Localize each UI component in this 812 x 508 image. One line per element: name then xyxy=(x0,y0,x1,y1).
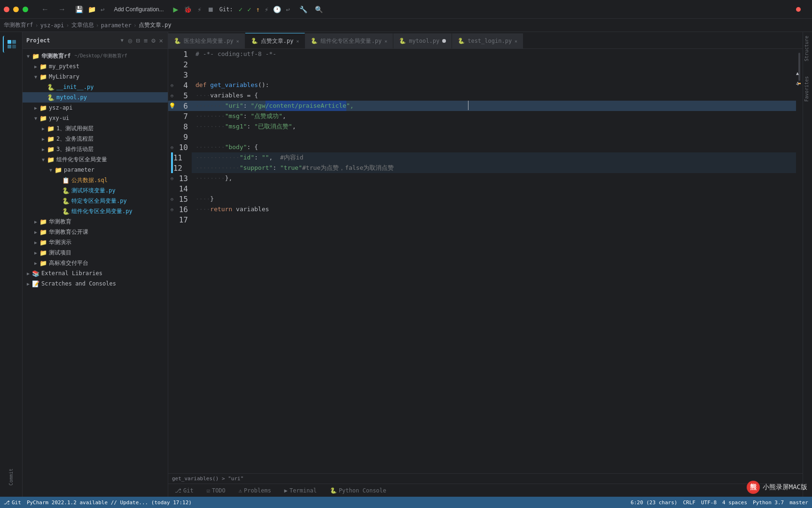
gutter-icon-7 xyxy=(168,111,176,121)
fold-icon-5[interactable]: ⊖ xyxy=(168,90,176,101)
tree-item-external-libs[interactable]: ▶ 📚 External Libraries xyxy=(23,268,168,278)
sort-icon[interactable]: ≡ xyxy=(143,36,148,45)
tab-label-1: 点赞文章.py xyxy=(261,37,294,45)
tree-item-op-layer[interactable]: ▶ 📁 3、操作活动层 xyxy=(23,144,168,154)
tree-item-component-vars[interactable]: ▼ 📁 组件化专区全局变量 xyxy=(23,154,168,165)
breadcrumb-item-3[interactable]: parameter xyxy=(101,22,132,29)
tab-3[interactable]: 🐍 mytool.py xyxy=(393,33,452,48)
tree-item-huace-open[interactable]: ▶ 📁 华测教育公开课 xyxy=(23,227,168,237)
bottom-tab-git[interactable]: ⎇ Git xyxy=(172,486,196,495)
titlebar: ← → 💾 📁 ↩ Add Configuration... ▶ 🐞 ⚡ ⏹ G… xyxy=(0,0,812,19)
undo-icon[interactable]: ↩ xyxy=(99,5,106,14)
stop-icon[interactable]: ⏹ xyxy=(205,5,216,14)
tab-label-2: 组件化专区全局变量.py xyxy=(320,37,382,45)
tree-item-special-vars-py[interactable]: 🐍 特定专区全局变量.py xyxy=(23,196,168,206)
open-icon[interactable]: 📁 xyxy=(86,5,98,14)
tree-item-scratches[interactable]: ▶ 📝 Scratches and Consoles xyxy=(23,278,168,289)
close-panel-icon[interactable]: ✕ xyxy=(158,36,164,45)
collapse-all-icon[interactable]: ⊟ xyxy=(135,36,141,45)
add-configuration-button[interactable]: Add Configuration... xyxy=(110,4,167,15)
maximize-btn[interactable] xyxy=(23,7,28,12)
bottom-tab-todo[interactable]: ☑ TODO xyxy=(204,486,228,495)
tree-item-testcase-layer[interactable]: ▶ 📁 1、测试用例层 xyxy=(23,123,168,134)
tab-close-0[interactable]: ✕ xyxy=(236,39,239,44)
bottom-tab-python-console[interactable]: 🐍 Python Console xyxy=(327,486,389,495)
tree-item-test-project[interactable]: ▶ 📁 测试项目 xyxy=(23,247,168,258)
tab-0[interactable]: 🐍 医生站全局变量.py ✕ xyxy=(168,33,245,48)
tab-close-1[interactable]: ✕ xyxy=(296,39,299,44)
tree-item-common-sql[interactable]: 📋 公共数据.sql xyxy=(23,175,168,185)
line-num-6: 6 xyxy=(176,101,192,111)
breadcrumb-item-4[interactable]: 点赞文章.py xyxy=(139,21,172,29)
scrollbar-right[interactable]: ▲ 4 xyxy=(796,49,803,473)
fold-icon-16[interactable]: ⊖ xyxy=(168,204,176,214)
fold-icon-4[interactable]: ⊖ xyxy=(168,80,176,90)
git-push-icon[interactable]: ↑ xyxy=(254,5,262,14)
status-branch-label: master xyxy=(789,500,808,506)
tab-close-2[interactable]: ✕ xyxy=(384,39,387,44)
tree-item-yszapi[interactable]: ▶ 📁 ysz-api xyxy=(23,103,168,113)
git-revert-icon[interactable]: ↩ xyxy=(284,5,291,14)
status-line-ending[interactable]: CRLF xyxy=(683,500,695,506)
breadcrumb-item-1[interactable]: ysz-api xyxy=(40,22,64,29)
code-content[interactable]: # -*- coding:utf-8 -*- def get_variables… xyxy=(192,49,803,473)
search-icon[interactable]: 🔍 xyxy=(313,5,325,14)
tab-1[interactable]: 🐍 点赞文章.py ✕ xyxy=(245,33,305,48)
tree-item-testenv-py[interactable]: 🐍 测试环境变量.py xyxy=(23,185,168,196)
close-btn[interactable] xyxy=(4,7,9,12)
tree-item-high-standard[interactable]: ▶ 📁 高标准交付平台 xyxy=(23,258,168,268)
fold-icon-10[interactable]: ⊖ xyxy=(168,142,176,152)
gutter-icon-17 xyxy=(168,214,176,225)
save-icon[interactable]: 💾 xyxy=(73,5,85,14)
breadcrumb-item-0[interactable]: 华测教育rf xyxy=(4,21,33,29)
tree-item-mytool-py[interactable]: 🐍 mytool.py xyxy=(23,92,168,103)
tab-close-4[interactable]: ✕ xyxy=(515,39,517,44)
line-num-4: 4 xyxy=(176,80,192,90)
tree-item-mylibrary[interactable]: ▼ 📁 MyLibrary xyxy=(23,71,168,82)
activity-project-icon[interactable] xyxy=(3,36,20,53)
code-line-7: ········"msg": "点赞成功", xyxy=(192,111,803,121)
run-coverage-icon[interactable]: ⚡ xyxy=(195,5,203,14)
lightbulb-icon-6[interactable]: 💡 xyxy=(168,101,176,111)
minimize-btn[interactable] xyxy=(13,7,19,12)
fold-icon-15[interactable]: ⊖ xyxy=(168,194,176,204)
status-branch[interactable]: master xyxy=(789,500,808,506)
tree-item-yxyui[interactable]: ▼ 📁 yxy-ui xyxy=(23,113,168,123)
status-position[interactable]: 6:20 (23 chars) xyxy=(631,500,677,506)
git-check1-icon[interactable]: ✓ xyxy=(237,5,244,14)
tree-item-mypytest[interactable]: ▶ 📁 my_pytest xyxy=(23,61,168,71)
tree-item-huace-demo[interactable]: ▶ 📁 华测演示 xyxy=(23,237,168,247)
bottom-tab-problems[interactable]: ⚠ Problems xyxy=(236,486,274,495)
status-git-icon[interactable]: ⎇ Git xyxy=(4,500,21,506)
git-history-icon[interactable]: ⚡ xyxy=(263,5,270,14)
tree-item-component-vars-py[interactable]: 🐍 组件化专区全局变量.py xyxy=(23,206,168,216)
git-check2-icon[interactable]: ✓ xyxy=(245,5,253,14)
locate-file-icon[interactable]: ◎ xyxy=(127,36,133,45)
debug-icon[interactable]: 🐞 xyxy=(182,5,194,14)
breadcrumb-item-2[interactable]: 文章信息 xyxy=(71,21,94,29)
tab-2[interactable]: 🐍 组件化专区全局变量.py ✕ xyxy=(305,33,393,48)
favorites-tab[interactable]: Favorites xyxy=(803,72,812,105)
tree-item-biz-layer[interactable]: ▶ 📁 2、业务流程层 xyxy=(23,134,168,144)
tree-item-huace-edu[interactable]: ▶ 📁 华测教育 xyxy=(23,216,168,227)
tree-item-init-py[interactable]: 🐍 __init__.py xyxy=(23,82,168,92)
git-tab-icon: ⎇ xyxy=(175,487,181,494)
activity-commit-icon[interactable]: Commit xyxy=(3,467,20,487)
status-python-version[interactable]: Python 3.7 xyxy=(753,500,784,506)
tree-item-root[interactable]: ▼ 📁 华测教育rf ~/Desktop/华测教育rf xyxy=(23,51,168,61)
git-clock-icon[interactable]: 🕐 xyxy=(271,5,283,14)
run-icon[interactable]: ▶ xyxy=(172,3,180,15)
status-info[interactable]: PyCharm 2022.1.2 available // Update... … xyxy=(27,500,192,506)
forward-button[interactable]: → xyxy=(58,5,66,14)
tab-4[interactable]: 🐍 test_login.py ✕ xyxy=(452,33,523,48)
tree-item-parameter[interactable]: ▼ 📁 parameter xyxy=(23,165,168,175)
status-encoding[interactable]: UTF-8 xyxy=(701,500,717,506)
structure-tab[interactable]: Structure xyxy=(803,32,812,65)
settings-icon[interactable]: 🔧 xyxy=(297,5,309,14)
bottom-tab-terminal[interactable]: ▶ Terminal xyxy=(281,486,320,495)
fold-icon-13[interactable]: ⊖ xyxy=(168,173,176,183)
status-indent[interactable]: 4 spaces xyxy=(722,500,747,506)
tab-icon-4: 🐍 xyxy=(458,38,465,44)
back-button[interactable]: ← xyxy=(41,5,49,14)
project-settings-icon[interactable]: ⚙ xyxy=(150,36,156,45)
